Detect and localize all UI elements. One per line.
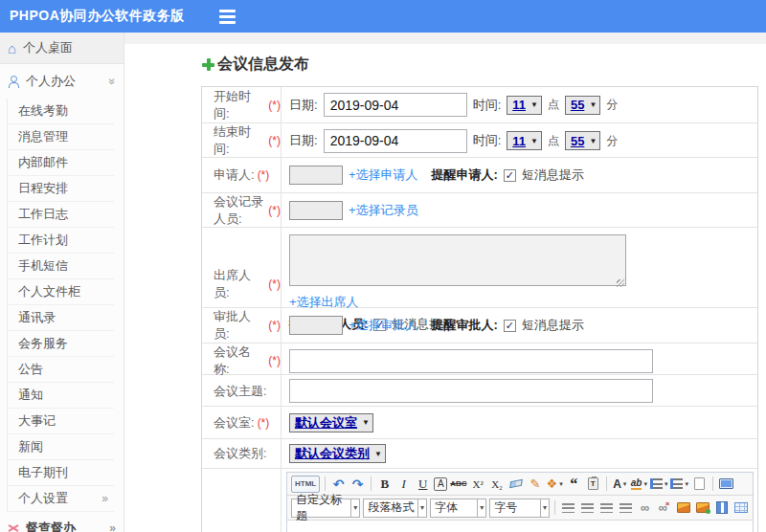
sidebar-subitem-events[interactable]: 大事记 <box>8 409 114 434</box>
insert-table-button[interactable] <box>732 499 749 517</box>
choose-recorder-link[interactable]: +选择记录员 <box>349 202 418 219</box>
sidebar-subitem-workplan[interactable]: 工作计划 <box>8 228 114 254</box>
columns-icon <box>716 501 728 514</box>
sidebar-subitem-worklog[interactable]: 工作日志 <box>8 202 114 228</box>
superscript-button[interactable]: X² <box>470 476 486 493</box>
sidebar-subitem-sms[interactable]: 手机短信 <box>8 254 114 279</box>
redo-icon[interactable]: ↷ <box>349 476 366 493</box>
dropdown-arrow-icon: ▾ <box>417 499 426 517</box>
ordered-list-button[interactable]: ▾ <box>650 476 668 493</box>
editor-content-area[interactable] <box>287 521 753 532</box>
format-clear-brush-icon[interactable]: ✎ <box>528 476 544 493</box>
sidebar-subitem-news[interactable]: 新闻 <box>8 434 114 460</box>
sidebar-subitem-meeting-service[interactable]: 会务服务 <box>8 331 114 357</box>
dropdown-arrow-icon: ▾ <box>643 480 647 488</box>
sidebar-subitem-messages[interactable]: 消息管理 <box>8 124 114 150</box>
insert-media-button[interactable] <box>694 499 710 517</box>
format-painter-button[interactable]: ❖▾ <box>547 476 563 493</box>
new-page-button[interactable] <box>691 476 708 493</box>
align-right-button[interactable] <box>598 499 615 517</box>
applicant-input[interactable] <box>289 166 343 185</box>
bold-button[interactable]: B <box>376 476 393 493</box>
font-color-button[interactable]: A▾ <box>612 476 628 493</box>
remind-applicant-checkbox[interactable]: ✓ <box>504 169 516 182</box>
start-minute-select[interactable]: 55 ▼ <box>565 96 600 115</box>
attendees-textarea[interactable] <box>289 234 626 286</box>
align-justify-button[interactable] <box>618 499 634 517</box>
align-left-button[interactable] <box>560 499 576 517</box>
dropdown-arrow-icon: ▾ <box>477 499 485 517</box>
subscript-button[interactable]: X₂ <box>489 476 506 493</box>
chevron-down-icon: » <box>106 78 120 85</box>
dropdown-arrow-icon: ▼ <box>530 137 538 145</box>
sidebar-subitem-filecabinet[interactable]: 个人文件柜 <box>8 279 114 305</box>
sidebar-item-supervision[interactable]: 督查督办 » <box>0 512 124 532</box>
recorder-input[interactable] <box>289 201 343 220</box>
unordered-list-button[interactable]: ▾ <box>670 476 688 493</box>
html-source-button[interactable]: HTML <box>291 476 320 493</box>
toolbar-separator <box>606 477 607 491</box>
underline-button[interactable]: U <box>415 476 431 493</box>
align-left-icon <box>562 503 574 513</box>
end-minute-select[interactable]: 55 ▼ <box>565 131 600 150</box>
menu-icon[interactable] <box>219 10 236 24</box>
dropdown-arrow-icon: ▾ <box>665 480 668 488</box>
dropdown-arrow-icon: ▼ <box>589 137 597 145</box>
sidebar-subitem-announcement[interactable]: 公告 <box>8 357 114 383</box>
italic-button[interactable]: I <box>395 476 412 493</box>
font-border-button[interactable]: A <box>434 477 447 491</box>
sidebar-subitem-attendance[interactable]: 在线考勤 <box>8 99 114 124</box>
strikethrough-button[interactable]: ABC <box>450 476 466 493</box>
sidebar-subitem-notice[interactable]: 通知 <box>8 383 114 409</box>
columns-button[interactable] <box>713 499 730 517</box>
sidebar-subitem-schedule[interactable]: 日程安排 <box>8 176 114 202</box>
unlink-icon[interactable]: ∞× <box>656 499 672 517</box>
start-hour-select[interactable]: 11 ▼ <box>507 96 542 115</box>
dropdown-arrow-icon: ▾ <box>350 499 359 517</box>
paragraph-format-select[interactable]: 段落格式▾ <box>363 499 427 518</box>
sidebar-subitem-settings[interactable]: 个人设置 » <box>8 486 114 512</box>
sidebar-item-label: 督查督办 <box>26 520 76 532</box>
page-title: 会议信息发布 <box>201 44 766 77</box>
dropdown-arrow-icon: ▾ <box>559 480 563 488</box>
highlight-color-button[interactable]: ab▾ <box>631 476 647 493</box>
paste-text-icon[interactable]: T <box>585 476 601 493</box>
form-row-attendees: 出席人员:(*) +选择出席人 提醒出席人员: ✓ 短消息提示 <box>202 228 757 308</box>
form-row-content-editor: HTML ↶ ↷ B I U A ABC X² <box>202 469 757 532</box>
end-hour-select[interactable]: 11 ▼ <box>507 131 542 150</box>
end-date-input[interactable] <box>324 129 467 153</box>
field-label: 申请人: <box>214 166 255 184</box>
sidebar-subitem-mail[interactable]: 内部邮件 <box>8 150 114 176</box>
remind-approver-checkbox[interactable]: ✓ <box>504 320 516 332</box>
toolbar-separator <box>325 477 326 491</box>
sidebar-item-office[interactable]: 个人办公 » <box>0 64 124 99</box>
font-size-select[interactable]: 字号▾ <box>489 499 550 518</box>
eraser-icon[interactable] <box>508 476 525 493</box>
custom-title-select[interactable]: 自定义标题▾ <box>291 499 360 518</box>
sidebar-subitem-ejournal[interactable]: 电子期刊 <box>8 460 114 486</box>
meeting-name-input[interactable] <box>289 349 653 373</box>
approver-input[interactable] <box>289 316 343 335</box>
field-label: 会议主题: <box>214 383 267 400</box>
align-justify-icon <box>620 503 632 513</box>
form-row-meeting-name: 会议名称:(*) <box>202 344 757 375</box>
insert-image-button[interactable] <box>675 499 691 517</box>
meeting-category-select[interactable]: 默认会议类别 ▼ <box>289 444 386 463</box>
meeting-room-select[interactable]: 默认会议室 ▼ <box>289 413 373 432</box>
form-row-end-time: 结束时间:(*) 日期: 时间: 11 ▼ 点 55 ▼ <box>202 123 757 158</box>
blockquote-button[interactable]: “ <box>566 476 582 493</box>
start-date-input[interactable] <box>324 93 467 117</box>
sidebar-item-desktop[interactable]: ⌂ 个人桌面 <box>0 33 124 64</box>
link-icon[interactable]: ∞ <box>637 499 653 517</box>
fullscreen-button[interactable] <box>718 476 734 493</box>
choose-applicant-link[interactable]: +选择申请人 <box>349 166 418 184</box>
align-center-button[interactable] <box>579 499 596 517</box>
choose-approver-link[interactable]: +选择审批人 <box>349 317 418 334</box>
sidebar-subitem-contacts[interactable]: 通讯录 <box>8 305 114 331</box>
undo-icon[interactable]: ↶ <box>330 476 347 493</box>
fullscreen-icon <box>719 478 733 489</box>
font-family-select[interactable]: 字体▾ <box>430 499 486 518</box>
required-mark: (*) <box>268 277 281 291</box>
page-title-text: 会议信息发布 <box>217 55 309 75</box>
meeting-subject-input[interactable] <box>289 379 653 403</box>
